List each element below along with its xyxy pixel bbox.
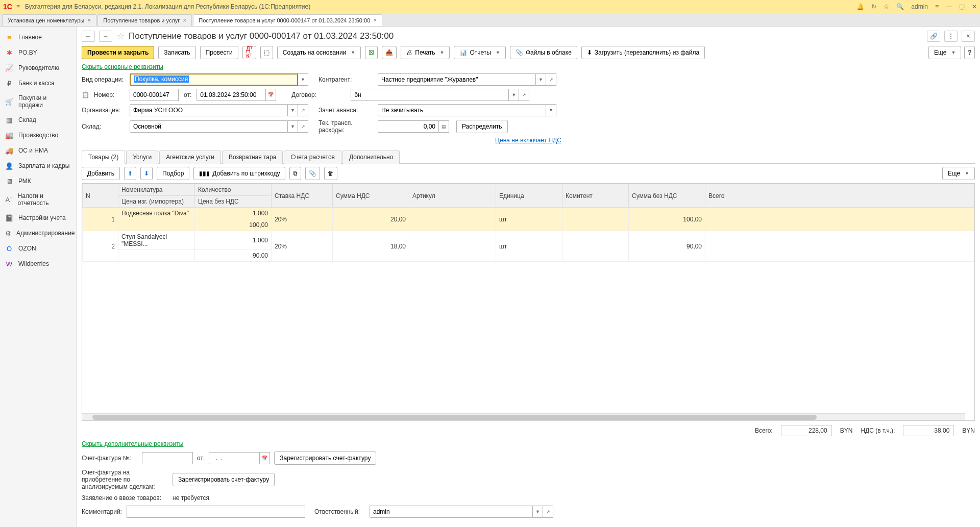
calendar-icon[interactable]: 📅 xyxy=(260,452,270,464)
calc-icon[interactable]: ▤ xyxy=(439,120,449,133)
open-icon[interactable]: ↗ xyxy=(546,73,556,86)
vat-mode-link[interactable]: Цена не включает НДС xyxy=(495,137,561,144)
col-price-no-vat[interactable]: Цена без НДС xyxy=(195,196,272,208)
save-button[interactable]: Записать xyxy=(158,46,195,59)
op-type-field[interactable]: Покупка, комиссия xyxy=(130,73,298,86)
comment-field[interactable] xyxy=(127,506,305,518)
files-button[interactable]: 📎Файлы в облаке xyxy=(510,46,577,59)
col-committent[interactable]: Комитент xyxy=(562,184,629,208)
sidebar-item[interactable]: ⚙Администрирование xyxy=(0,225,76,241)
sidebar-item[interactable]: 📓Настройки учета xyxy=(0,210,76,225)
post-and-close-button[interactable]: Провести и закрыть xyxy=(82,46,154,59)
org-field[interactable] xyxy=(130,104,288,116)
pick-button[interactable]: Подбор xyxy=(157,167,189,180)
sidebar-item[interactable]: 🏭Производство xyxy=(0,128,76,143)
sidebar-item[interactable]: ≡Главное xyxy=(0,30,76,45)
chevron-down-icon[interactable]: ▼ xyxy=(536,73,546,86)
structure-icon[interactable]: ⬚ xyxy=(260,46,273,59)
move-up-icon[interactable]: ⬆ xyxy=(124,167,136,180)
open-icon[interactable]: ↗ xyxy=(298,120,308,133)
doc-status-icon[interactable]: 📋 xyxy=(82,91,91,98)
move-down-icon[interactable]: ⬇ xyxy=(140,167,153,180)
warehouse-field[interactable] xyxy=(130,120,288,133)
responsible-field[interactable] xyxy=(370,506,533,518)
export-icon[interactable]: 📤 xyxy=(382,46,397,59)
sidebar-item[interactable]: 🖥РМК xyxy=(0,173,76,189)
sidebar-item[interactable]: AᵀНалоги и отчетность xyxy=(0,189,76,210)
minimize-icon[interactable]: — xyxy=(946,3,952,10)
sidebar-item[interactable]: 🚚ОС и НМА xyxy=(0,143,76,158)
contractor-field[interactable] xyxy=(378,73,536,86)
more-button[interactable]: Еще▼ xyxy=(928,46,961,59)
sidebar-item[interactable]: ₽Банк и касса xyxy=(0,76,76,91)
col-importer-price[interactable]: Цена изг. (импортера) xyxy=(118,196,195,208)
col-article[interactable]: Артикул xyxy=(409,184,496,208)
col-sum-no-vat[interactable]: Сумма без НДС xyxy=(629,184,705,208)
load-from-file-button[interactable]: ⬇Загрузить (перезаполнить) из файла xyxy=(581,46,705,59)
calendar-icon[interactable]: 📅 xyxy=(266,89,276,101)
open-icon[interactable]: ↗ xyxy=(543,506,553,518)
col-unit[interactable]: Единица xyxy=(496,184,562,208)
tab-prices[interactable]: Установка цен номенклатуры× xyxy=(2,14,96,26)
transport-field[interactable] xyxy=(378,120,439,133)
invoice-num-field[interactable] xyxy=(142,452,193,464)
chevron-down-icon[interactable]: ▼ xyxy=(298,73,308,86)
print-button[interactable]: 🖨Печать▼ xyxy=(401,46,450,59)
settings-icon[interactable]: ≡ xyxy=(935,3,939,10)
close-icon[interactable]: × xyxy=(183,17,186,24)
open-icon[interactable]: ↗ xyxy=(298,104,308,116)
hide-extra-props-link[interactable]: Скрыть дополнительные реквизиты xyxy=(82,440,183,447)
back-button[interactable]: ← xyxy=(82,31,95,42)
date-field[interactable] xyxy=(197,89,266,101)
invoice-date-field[interactable] xyxy=(209,452,260,464)
sidebar-item[interactable]: 👤Зарплата и кадры xyxy=(0,158,76,173)
bell-icon[interactable]: 🔔 xyxy=(856,3,864,10)
horizontal-scrollbar[interactable] xyxy=(82,413,965,420)
favorite-icon[interactable]: ☆ xyxy=(116,31,125,42)
forward-button[interactable]: → xyxy=(99,31,112,42)
star-icon[interactable]: ☆ xyxy=(884,3,889,10)
tab-receipt-doc[interactable]: Поступление товаров и услуг 0000-000147 … xyxy=(193,14,382,26)
more-menu-icon[interactable]: ⋮ xyxy=(944,31,958,42)
col-total[interactable]: Всего xyxy=(705,184,974,208)
register-invoice-button[interactable]: Зарегистрировать счет-фактуру xyxy=(274,451,376,465)
sidebar-item[interactable]: 🛒Покупки и продажи xyxy=(0,91,76,112)
table-more-button[interactable]: Еще▼ xyxy=(942,167,975,180)
close-doc-icon[interactable]: × xyxy=(962,31,975,42)
add-by-barcode-button[interactable]: ▮▮▮ Добавить по штрихкоду xyxy=(193,167,285,180)
table-row[interactable]: 1Подвесная полка "Diva"1,00020%20,00шт10… xyxy=(83,208,974,219)
chevron-down-icon[interactable]: ▼ xyxy=(288,120,298,133)
chevron-down-icon[interactable]: ▼ xyxy=(533,506,543,518)
distribute-button[interactable]: Распределить xyxy=(456,120,508,133)
sidebar-item[interactable]: 📈Руководителю xyxy=(0,60,76,76)
sidebar-item[interactable]: OOZON xyxy=(0,241,76,256)
copy-icon[interactable]: ⧉ xyxy=(289,167,301,180)
user-name[interactable]: admin xyxy=(911,3,928,10)
search-icon[interactable]: 🔍 xyxy=(896,3,904,10)
close-icon[interactable]: × xyxy=(373,17,377,24)
doc-tab[interactable]: Дополнительно xyxy=(342,150,400,164)
maximize-icon[interactable]: ⬚ xyxy=(959,3,965,10)
sidebar-item[interactable]: ✱PO.BY xyxy=(0,45,76,60)
advance-field[interactable] xyxy=(378,104,546,116)
menu-icon[interactable]: ≡ xyxy=(16,3,20,10)
excel-icon[interactable]: ☒ xyxy=(365,46,378,59)
dt-kt-icon[interactable]: ДᵀКᵀ xyxy=(242,46,256,59)
table-row[interactable]: 2Стул Sandalyeci "MESSI...1,00020%18,00ш… xyxy=(83,231,974,250)
sidebar-item[interactable]: ▦Склад xyxy=(0,112,76,128)
col-nomenclature[interactable]: Номенклатура xyxy=(118,184,195,196)
close-icon[interactable]: × xyxy=(87,17,91,24)
chevron-down-icon[interactable]: ▼ xyxy=(288,104,298,116)
chevron-down-icon[interactable]: ▼ xyxy=(546,104,556,116)
close-app-icon[interactable]: ✕ xyxy=(972,3,977,10)
post-button[interactable]: Провести xyxy=(200,46,238,59)
sidebar-item[interactable]: WWildberries xyxy=(0,256,76,271)
doc-tab[interactable]: Товары (2) xyxy=(82,150,125,164)
open-icon[interactable]: ↗ xyxy=(519,89,529,101)
create-based-button[interactable]: Создать на основании▼ xyxy=(277,46,361,59)
history-icon[interactable]: ↻ xyxy=(871,3,876,10)
delete-row-icon[interactable]: 🗑 xyxy=(324,167,337,180)
col-vat-rate[interactable]: Ставка НДС xyxy=(272,184,333,208)
attach-icon[interactable]: 📎 xyxy=(305,167,320,180)
contract-field[interactable] xyxy=(351,89,509,101)
